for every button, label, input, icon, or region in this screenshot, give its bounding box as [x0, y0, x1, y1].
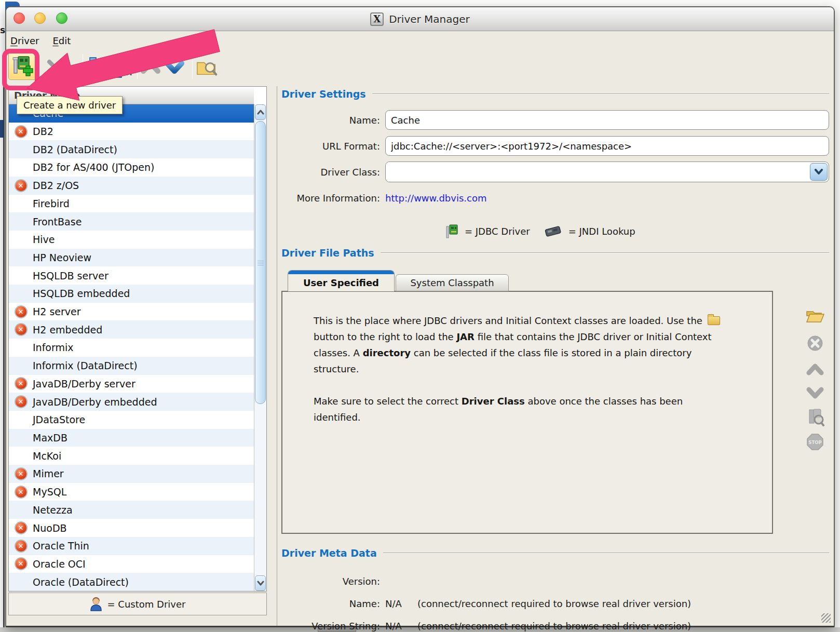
sort-descending-icon: A Z: [85, 56, 107, 79]
meta-row-name-: Name:N/A(connect/reconnect required to b…: [281, 593, 836, 615]
sort-ascending-icon: Z A: [110, 56, 133, 79]
driver-list-panel: Driver Name Cache✕DB2DB2 (DataDirect)DB2…: [8, 86, 267, 591]
driver-row-hive[interactable]: Hive: [9, 231, 254, 249]
driver-row-jdatastore[interactable]: JDataStore: [9, 411, 254, 429]
url-format-field[interactable]: [385, 136, 829, 156]
driver-name-label: DB2 z/OS: [33, 180, 79, 191]
error-badge-icon: ✕: [15, 125, 28, 138]
window-resize-grip[interactable]: [821, 613, 831, 623]
section-rule: [372, 93, 829, 95]
dbvis-link[interactable]: http://www.dbvis.com: [385, 193, 486, 204]
driver-row-informix[interactable]: Informix: [9, 339, 254, 357]
stop-button[interactable]: STOP: [805, 432, 825, 452]
chevron-up-icon: [806, 362, 824, 376]
user-specified-panel: This is the place where JDBC drivers and…: [281, 291, 773, 534]
driver-list-scrollbar[interactable]: [254, 104, 266, 591]
remove-path-button[interactable]: [805, 333, 825, 354]
driver-class-dropdown-button[interactable]: [810, 163, 828, 181]
scroll-up-button[interactable]: [255, 104, 266, 120]
tab-user-specified-label: User Specified: [303, 277, 379, 288]
driver-row-oracle-thin[interactable]: ✕Oracle Thin: [9, 537, 254, 555]
driver-name-label: Oracle Thin: [33, 540, 89, 552]
more-information-label: More Information:: [281, 193, 385, 204]
remove-driver-icon: [45, 57, 65, 78]
driver-row-informix-datadirect-[interactable]: Informix (DataDirect): [9, 357, 254, 375]
svg-text:Z: Z: [101, 69, 106, 77]
x-circle-icon: [807, 335, 823, 352]
name-row: Name:: [281, 110, 829, 130]
move-path-up-button[interactable]: [805, 359, 825, 380]
person-icon: [90, 597, 102, 611]
sort-descending-button[interactable]: A Z: [85, 56, 107, 79]
driver-row-oracle-datadirect-[interactable]: Oracle (DataDirect): [9, 573, 254, 591]
driver-row-javadb-derby-embedded[interactable]: ✕JavaDB/Derby embedded: [9, 393, 254, 411]
driver-row-javadb-derby-server[interactable]: ✕JavaDB/Derby server: [9, 375, 254, 393]
driver-name-label: HP Neoview: [33, 252, 91, 263]
tooltip-create-driver: Create a new driver: [17, 96, 123, 114]
driver-row-db2[interactable]: ✕DB2: [9, 123, 254, 141]
driver-name-label: Informix (DataDirect): [33, 360, 138, 371]
remove-driver-button[interactable]: [44, 56, 66, 79]
driver-name-label: MySQL: [33, 486, 66, 497]
tooltip-text: Create a new driver: [23, 100, 116, 111]
move-path-down-button[interactable]: [805, 383, 825, 404]
find-driver-classes-button[interactable]: [805, 407, 825, 427]
driver-row-hsqldb-server[interactable]: HSQLDB server: [9, 266, 254, 285]
menu-driver[interactable]: Driver: [10, 35, 39, 46]
menu-bar: DriverEdit: [6, 31, 71, 50]
tab-system-classpath[interactable]: System Classpath: [396, 274, 509, 291]
section-rule: [383, 553, 829, 554]
driver-meta-data-section: Driver Meta Data: [281, 547, 829, 559]
driver-name-label: HSQLDB server: [33, 270, 109, 281]
background-blue-sliver: [0, 120, 4, 138]
meta-label: Version:: [281, 576, 385, 587]
close-button[interactable]: [13, 12, 25, 24]
move-up-button[interactable]: [139, 56, 162, 79]
driver-row-mysql[interactable]: ✕MySQL: [9, 483, 254, 501]
find-button[interactable]: [195, 56, 218, 79]
tab-user-specified[interactable]: User Specified: [288, 270, 395, 291]
name-field[interactable]: [385, 110, 829, 130]
driver-row-hsqldb-embedded[interactable]: HSQLDB embedded: [9, 285, 254, 303]
window-title-group: X Driver Manager: [370, 12, 470, 26]
custom-driver-legend: = Custom Driver: [8, 593, 267, 615]
scroll-down-button[interactable]: [255, 575, 266, 591]
driver-name-label: Mimer: [33, 468, 64, 479]
svg-text:A: A: [126, 69, 132, 77]
driver-row-h2-server[interactable]: ✕H2 server: [9, 303, 254, 321]
driver-row-nuodb[interactable]: ✕NuoDB: [9, 519, 254, 537]
driver-row-db2-for-as-400-jtopen-[interactable]: DB2 for AS/400 (JTOpen): [9, 158, 254, 177]
driver-class-combobox[interactable]: [385, 162, 829, 182]
scrollbar-thumb[interactable]: [255, 121, 266, 404]
driver-row-h2-embedded[interactable]: ✕H2 embedded: [9, 320, 254, 339]
file-path-actions: STOP: [805, 291, 825, 534]
driver-class-row: Driver Class:: [281, 162, 829, 182]
driver-row-netezza[interactable]: Netezza: [9, 501, 254, 519]
driver-row-hp-neoview[interactable]: HP Neoview: [9, 249, 254, 267]
title-bar[interactable]: X Driver Manager: [6, 7, 834, 31]
driver-class-field[interactable]: [386, 162, 808, 182]
driver-name-label: H2 server: [33, 306, 81, 317]
meta-row-version-string-: Version String:N/A(connect/reconnect req…: [281, 615, 836, 632]
move-down-button[interactable]: [163, 56, 186, 79]
minimize-button[interactable]: [34, 12, 46, 24]
open-file-button[interactable]: [805, 305, 825, 326]
menu-edit[interactable]: Edit: [52, 35, 71, 46]
driver-row-maxdb[interactable]: MaxDB: [9, 429, 254, 447]
chevron-down-icon: [163, 57, 186, 78]
zoom-button[interactable]: [56, 12, 67, 24]
error-badge-icon: ✕: [15, 377, 28, 390]
chevron-up-icon: [139, 57, 162, 78]
driver-name-label: JavaDB/Derby server: [33, 378, 136, 389]
driver-row-mimer[interactable]: ✕Mimer: [9, 465, 254, 483]
sort-ascending-button[interactable]: Z A: [110, 56, 133, 79]
window-title: Driver Manager: [389, 13, 470, 25]
driver-name-label: Oracle OCI: [33, 558, 86, 570]
driver-row-db2-z-os[interactable]: ✕DB2 z/OS: [9, 177, 254, 195]
driver-row-mckoi[interactable]: McKoi: [9, 447, 254, 465]
driver-name-label: JavaDB/Derby embedded: [33, 396, 157, 408]
driver-row-frontbase[interactable]: FrontBase: [9, 212, 254, 231]
driver-row-oracle-oci[interactable]: ✕Oracle OCI: [9, 555, 254, 573]
driver-row-firebird[interactable]: Firebird: [9, 195, 254, 213]
driver-row-db2-datadirect-[interactable]: DB2 (DataDirect): [9, 140, 254, 158]
